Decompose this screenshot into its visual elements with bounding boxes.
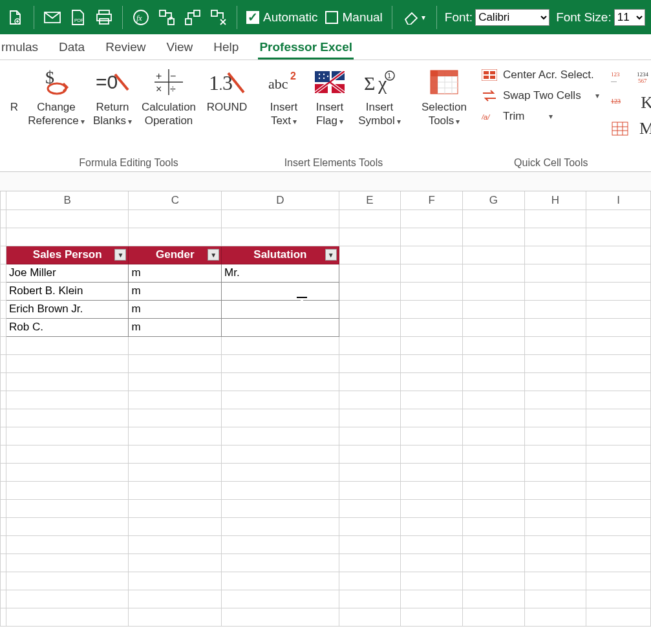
manual-checkbox[interactable]: Manual (325, 10, 382, 25)
svg-text:×: × (156, 83, 162, 94)
change-reference-icon: $ (43, 67, 70, 98)
tab-professor-excel[interactable]: Professor Excel (258, 36, 354, 59)
fontsize-select[interactable]: 11 (614, 9, 645, 26)
ribbon: R $ ChangeReference▾ =0 ReturnBlanks▾ +−… (0, 60, 651, 172)
cell[interactable]: Erich Brown Jr. (6, 300, 129, 318)
col-header[interactable] (1, 191, 6, 209)
tab-view[interactable]: View (165, 36, 194, 59)
svg-text:1: 1 (387, 72, 391, 80)
group-quick-cell: SelectionTools▾ Center Acr. Select. Swap… (410, 63, 651, 171)
tab-data[interactable]: Data (58, 36, 86, 59)
flag-icon (315, 67, 345, 98)
swap-label: Swap Two Cells (503, 89, 581, 102)
col-header-f[interactable]: F (401, 191, 463, 209)
swap-icon (481, 89, 498, 103)
group-label: Quick Cell Tools (410, 155, 651, 171)
col-header-c[interactable]: C (129, 191, 222, 209)
cell[interactable]: m (129, 318, 222, 336)
svg-text:123: 123 (611, 98, 621, 105)
col-header-d[interactable]: D (222, 191, 339, 209)
change-reference-button[interactable]: $ ChangeReference▾ (27, 65, 85, 129)
svg-rect-50 (484, 76, 489, 79)
col-header-h[interactable]: H (524, 191, 586, 209)
font-select[interactable]: Calibri (475, 9, 550, 26)
svg-point-32 (323, 78, 325, 79)
cell[interactable]: Joe Miller (6, 264, 129, 282)
mail-icon[interactable] (43, 8, 61, 27)
cell[interactable]: m (129, 282, 222, 300)
col-header-i[interactable]: I (586, 191, 651, 209)
cell[interactable]: Rob C. (6, 318, 129, 336)
col-header-b[interactable]: B (6, 191, 129, 209)
number-format-icon-3[interactable]: 1234567 (637, 67, 651, 87)
print-icon[interactable] (95, 8, 113, 27)
spreadsheet-grid[interactable]: B C D E F G H I Sales Person▼ Gender▼ Sa… (0, 191, 651, 627)
group-insert-elements: abc2 InsertText▾ InsertFlag▾ Σχ1 InsertS… (257, 63, 410, 171)
table-header-salutation[interactable]: Salutation▼ (222, 246, 339, 264)
cell[interactable] (222, 282, 339, 300)
new-file-icon[interactable] (6, 8, 25, 27)
svg-rect-9 (168, 19, 174, 25)
r-button[interactable]: R (5, 65, 23, 115)
group-label: Formula Editing Tools (0, 155, 257, 171)
filter-button[interactable]: ▼ (208, 249, 219, 261)
group-formula-editing: R $ ChangeReference▾ =0 ReturnBlanks▾ +−… (0, 63, 257, 171)
cell[interactable]: m (129, 264, 222, 282)
table-header-salesperson[interactable]: Sales Person▼ (6, 246, 129, 264)
tab-help[interactable]: Help (212, 36, 240, 59)
k-button[interactable]: K (637, 92, 651, 113)
svg-point-30 (323, 74, 325, 75)
group-label: Insert Elements Tools (257, 155, 410, 171)
sheet-table[interactable]: B C D E F G H I Sales Person▼ Gender▼ Sa… (0, 191, 651, 627)
trim-icon: /a/ (481, 109, 498, 123)
automatic-checkbox[interactable]: ✓ Automatic (246, 10, 317, 25)
svg-text:1234: 1234 (637, 71, 649, 78)
automatic-label: Automatic (263, 10, 317, 25)
svg-point-33 (327, 76, 328, 77)
center-across-button[interactable]: Center Acr. Select. (478, 67, 602, 83)
table-header-gender[interactable]: Gender▼ (129, 246, 222, 264)
cell[interactable] (222, 318, 339, 336)
svg-rect-47 (482, 69, 497, 81)
svg-text:=0: =0 (96, 71, 118, 92)
cell[interactable]: Mr. (222, 264, 339, 282)
m-button[interactable]: M (637, 118, 651, 139)
insert-flag-button[interactable]: InsertFlag▾ (309, 65, 350, 129)
return-blanks-button[interactable]: =0 ReturnBlanks▾ (89, 65, 136, 129)
cell[interactable] (222, 300, 339, 318)
fx-icon[interactable]: fx (132, 8, 150, 27)
selection-icon (429, 67, 459, 98)
col-header-e[interactable]: E (339, 191, 401, 209)
filter-button[interactable]: ▼ (325, 249, 337, 261)
clear-icon[interactable] (209, 8, 228, 27)
tab-formulas[interactable]: rmulas (0, 36, 39, 59)
svg-rect-48 (484, 71, 489, 74)
swap-cells-button[interactable]: Swap Two Cells ▾ (478, 87, 602, 104)
calculation-operation-button[interactable]: +−×÷ CalculationOperation (140, 65, 198, 129)
filter-button[interactable]: ▼ (114, 249, 126, 261)
round-button[interactable]: 1.3 ROUND (202, 65, 252, 115)
symbol-icon: Σχ1 (364, 67, 395, 98)
cell[interactable]: m (129, 300, 222, 318)
manual-label: Manual (342, 10, 382, 25)
svg-text:+: + (156, 70, 162, 81)
insert-text-button[interactable]: abc2 InsertText▾ (262, 65, 305, 129)
svg-rect-51 (490, 76, 495, 79)
svg-point-31 (319, 78, 320, 79)
formula-bar[interactable] (0, 172, 651, 191)
cell[interactable]: Robert B. Klein (6, 282, 129, 300)
share-up-icon[interactable] (184, 8, 202, 27)
trim-button[interactable]: /a/ Trim ▾ (478, 108, 602, 125)
col-header-g[interactable]: G (463, 191, 525, 209)
eraser-icon[interactable]: ▾ (401, 8, 427, 27)
insert-symbol-button[interactable]: Σχ1 InsertSymbol▾ (354, 65, 405, 129)
pdf-icon[interactable]: PDF (69, 8, 87, 27)
selection-tools-button[interactable]: SelectionTools▾ (415, 65, 473, 129)
number-format-icon-1[interactable]: 123— (610, 67, 630, 87)
table-format-icon[interactable] (610, 118, 630, 139)
share-down-icon[interactable] (158, 8, 176, 27)
svg-text:fx: fx (136, 14, 142, 23)
number-format-icon-2[interactable]: 123 (610, 92, 630, 113)
svg-rect-49 (490, 71, 495, 74)
tab-review[interactable]: Review (104, 36, 147, 59)
